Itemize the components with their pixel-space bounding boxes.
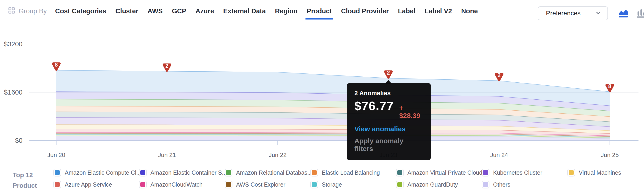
tab-azure[interactable]: Azure — [196, 7, 214, 15]
legend-item-aws-cost-explorer[interactable]: AWS Cost Explorer — [224, 180, 310, 189]
legend-swatch — [139, 181, 147, 189]
preferences-label: Preferences — [546, 10, 580, 17]
legend-label: Amazon Relational Databas... — [236, 169, 312, 176]
anomaly-tooltip: 2 Anomalies $76.77 + $28.39 View anomali… — [347, 83, 431, 160]
chart-type-switcher — [617, 7, 644, 19]
legend-swatch — [224, 169, 232, 177]
top-navbar: Group By Cost Categories Cluster AWS GCP… — [0, 0, 644, 22]
tooltip-cost-delta: + $28.39 — [399, 104, 424, 120]
legend-item-amazon-relational-database[interactable]: Amazon Relational Databas... — [224, 168, 310, 177]
grid-icon — [8, 7, 16, 15]
anomaly-marker[interactable]: 8 — [53, 61, 60, 70]
bar-chart-icon[interactable] — [635, 7, 644, 19]
legend-swatch — [482, 169, 490, 177]
legend-swatch — [482, 181, 490, 189]
x-axis-label: Jun 20 — [47, 152, 65, 158]
group-by-label: Group By — [18, 7, 47, 15]
anomaly-count: 8 — [55, 61, 58, 68]
legend-swatch — [53, 181, 61, 189]
apply-anomaly-filters-link[interactable]: Apply anomaly filters — [354, 137, 424, 153]
legend-title: Top 12 Product — [13, 170, 37, 191]
tab-label[interactable]: Label — [398, 7, 416, 15]
x-axis-label: Jun 21 — [158, 152, 176, 158]
legend-label: Storage — [322, 181, 342, 188]
legend-swatch — [310, 169, 318, 177]
legend-item-others[interactable]: Others — [482, 180, 567, 189]
tooltip-value-row: $76.77 + $28.39 — [354, 99, 424, 120]
legend-item-amazon-elastic-compute-cloud[interactable]: Amazon Elastic Compute Cl... — [53, 168, 139, 177]
legend-label: AWS Cost Explorer — [236, 181, 285, 188]
tab-none[interactable]: None — [461, 7, 478, 15]
legend-label: Kubernetes Cluster — [493, 169, 542, 176]
legend-item-amazon-virtual-private-cloud[interactable]: Amazon Virtual Private Cloud — [396, 168, 482, 177]
legend-swatch — [396, 181, 404, 189]
tab-cost-categories[interactable]: Cost Categories — [55, 7, 106, 15]
legend-label: AmazonCloudWatch — [150, 181, 202, 188]
tooltip-anomaly-count: 2 Anomalies — [354, 90, 424, 97]
legend-item-amazon-elastic-container-service[interactable]: Amazon Elastic Container S... — [139, 168, 224, 177]
legend-title-line1: Top 12 — [13, 170, 37, 180]
legend-label: Amazon Elastic Compute Cl... — [65, 169, 141, 176]
tab-cluster[interactable]: Cluster — [115, 7, 138, 15]
area-chart-icon[interactable] — [617, 7, 629, 19]
legend-label: Elastic Load Balancing — [322, 169, 380, 176]
tab-cloud-provider[interactable]: Cloud Provider — [341, 7, 389, 15]
anomaly-count: 8 — [608, 83, 611, 89]
legend-title-line2: Product — [13, 180, 37, 191]
anomaly-marker[interactable]: 2 — [164, 63, 170, 71]
group-by-tabs: Cost Categories Cluster AWS GCP Azure Ex… — [55, 0, 478, 22]
legend-label: Others — [493, 181, 510, 188]
legend-swatch — [310, 181, 318, 189]
anomaly-marker[interactable]: 2 — [385, 70, 392, 78]
legend-swatch — [396, 169, 404, 177]
legend-item-storage[interactable]: Storage — [310, 180, 396, 189]
x-axis-label: Jun 25 — [601, 152, 619, 158]
legend-item-virtual-machines[interactable]: Virtual Machines — [567, 168, 644, 177]
legend-label: Virtual Machines — [579, 169, 621, 176]
legend-swatch — [53, 169, 61, 177]
preferences-dropdown[interactable]: Preferences — [538, 6, 608, 20]
tab-product[interactable]: Product — [306, 7, 332, 15]
group-by-control: Group By — [8, 0, 47, 22]
tooltip-cost-value: $76.77 — [354, 99, 394, 113]
anomaly-count: 2 — [498, 72, 500, 78]
legend-swatch — [567, 169, 575, 177]
tab-aws[interactable]: AWS — [148, 7, 162, 15]
legend-label: Amazon GuardDuty — [408, 181, 458, 188]
chevron-down-icon — [595, 10, 602, 17]
y-axis-label: $0 — [15, 137, 22, 144]
y-axis-label: $3200 — [4, 40, 22, 48]
tab-label-v2[interactable]: Label V2 — [425, 7, 452, 15]
anomaly-count: 2 — [165, 63, 168, 69]
x-axis-label: Jun 22 — [269, 152, 287, 158]
anomaly-count: 2 — [387, 70, 390, 76]
stacked-area-chart: $0$1600$3200Jun 20Jun 21Jun 22Jun 23Jun … — [0, 0, 644, 196]
anomaly-marker[interactable]: 8 — [606, 83, 613, 91]
view-anomalies-link[interactable]: View anomalies — [354, 125, 424, 133]
legend-item-kubernetes-cluster[interactable]: Kubernetes Cluster — [482, 168, 567, 177]
legend-item-amazoncloudwatch[interactable]: AmazonCloudWatch — [139, 180, 224, 189]
tab-gcp[interactable]: GCP — [172, 7, 186, 15]
legend-swatch — [224, 181, 232, 189]
legend-item-azure-app-service[interactable]: Azure App Service — [53, 180, 139, 189]
chart-legend: Amazon Elastic Compute Cl...Amazon Elast… — [53, 168, 644, 189]
tab-region[interactable]: Region — [275, 7, 298, 15]
anomaly-marker[interactable]: 2 — [496, 72, 502, 80]
legend-item-elastic-load-balancing[interactable]: Elastic Load Balancing — [310, 168, 396, 177]
legend-item-amazon-guardduty[interactable]: Amazon GuardDuty — [396, 180, 482, 189]
tab-external-data[interactable]: External Data — [223, 7, 266, 15]
x-axis-label: Jun 24 — [490, 152, 508, 158]
legend-swatch — [139, 169, 147, 177]
legend-label: Azure App Service — [65, 181, 112, 188]
legend-label: Amazon Elastic Container S... — [150, 169, 227, 176]
y-axis-label: $1600 — [4, 89, 22, 96]
legend-label: Amazon Virtual Private Cloud — [408, 169, 482, 176]
